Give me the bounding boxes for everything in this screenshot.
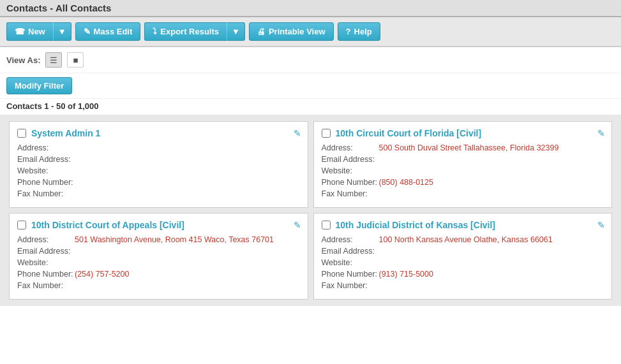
chevron-down-icon: ▼ xyxy=(58,27,66,36)
export-dropdown-arrow[interactable]: ▼ xyxy=(227,22,245,41)
address-label: Address: xyxy=(322,143,379,152)
address-field: Address: 500 South Duval Street Tallahas… xyxy=(322,143,604,152)
fax-field: Fax Number: xyxy=(322,281,604,290)
contact-name[interactable]: 10th Circuit Court of Florida [Civil] xyxy=(336,128,604,138)
fax-field: Fax Number: xyxy=(17,281,300,290)
fax-label: Fax Number: xyxy=(322,189,379,198)
edit-pencil-icon[interactable]: ✎ xyxy=(597,128,605,138)
address-value: 500 South Duval Street Tallahassee, Flor… xyxy=(379,143,559,152)
modify-filter-button[interactable]: Modify Filter xyxy=(6,77,72,94)
grid-view-button[interactable]: ■ xyxy=(67,52,84,68)
email-label: Email Address: xyxy=(17,155,75,164)
website-label: Website: xyxy=(322,166,379,175)
contact-name[interactable]: 10th Judicial District of Kansas [Civil] xyxy=(336,220,604,230)
website-label: Website: xyxy=(322,258,379,267)
phone-field: Phone Number: (850) 488-0125 xyxy=(322,178,604,187)
edit-pencil-icon[interactable]: ✎ xyxy=(597,220,605,230)
chevron-down-icon: ▼ xyxy=(232,27,240,36)
phone-label: Phone Number: xyxy=(322,270,379,279)
phone-field: Phone Number: xyxy=(17,178,300,187)
grid-icon: ■ xyxy=(73,55,78,65)
phone-field: Phone Number: (913) 715-5000 xyxy=(322,270,604,279)
phone-label: Phone Number: xyxy=(17,178,75,187)
phone-value: (254) 757-5200 xyxy=(75,270,129,279)
export-results-button[interactable]: ⤵ Export Results xyxy=(144,22,227,41)
phone-icon: ☎ xyxy=(15,27,25,36)
email-field: Email Address: xyxy=(17,247,300,256)
new-dropdown-arrow[interactable]: ▼ xyxy=(53,22,71,41)
website-field: Website: xyxy=(322,258,604,267)
edit-pencil-icon[interactable]: ✎ xyxy=(294,220,301,230)
address-label: Address: xyxy=(17,143,75,152)
address-label: Address: xyxy=(322,235,379,244)
export-results-button-group: ⤵ Export Results ▼ xyxy=(144,22,245,41)
phone-label: Phone Number: xyxy=(17,270,75,279)
website-field: Website: xyxy=(322,166,604,175)
help-icon: ? xyxy=(346,27,351,36)
mass-edit-button[interactable]: ✎ Mass Edit xyxy=(75,22,141,41)
website-label: Website: xyxy=(17,258,75,267)
email-field: Email Address: xyxy=(322,247,604,256)
card-header: 10th Judicial District of Kansas [Civil] xyxy=(322,220,604,230)
address-value: 501 Washington Avenue, Room 415 Waco, Te… xyxy=(75,235,274,244)
contact-card: System Admin 1 ✎ Address: Email Address:… xyxy=(9,121,308,208)
card-header: 10th District Court of Appeals [Civil] xyxy=(17,220,300,230)
card-header: System Admin 1 xyxy=(17,128,300,138)
export-icon: ⤵ xyxy=(153,27,157,36)
view-as-bar: View As: ☰ ■ xyxy=(0,47,621,73)
contact-card: 10th Circuit Court of Florida [Civil] ✎ … xyxy=(313,121,613,208)
email-field: Email Address: xyxy=(322,155,604,164)
list-view-button[interactable]: ☰ xyxy=(45,52,62,68)
phone-label: Phone Number: xyxy=(322,178,379,187)
website-field: Website: xyxy=(17,166,300,175)
fax-label: Fax Number: xyxy=(17,281,75,290)
fax-field: Fax Number: xyxy=(17,189,300,198)
fax-label: Fax Number: xyxy=(322,281,379,290)
list-icon: ☰ xyxy=(50,55,57,65)
address-field: Address: 100 North Kansas Avenue Olathe,… xyxy=(322,235,604,244)
website-label: Website: xyxy=(17,166,75,175)
printable-view-button[interactable]: 🖨 Printable View xyxy=(249,22,334,41)
help-button[interactable]: ? Help xyxy=(338,22,380,41)
fax-field: Fax Number: xyxy=(322,189,604,198)
contact-checkbox[interactable] xyxy=(17,129,26,138)
contact-checkbox[interactable] xyxy=(322,129,331,138)
contact-checkbox[interactable] xyxy=(17,221,26,229)
page-header: Contacts - All Contacts xyxy=(0,0,621,17)
website-field: Website: xyxy=(17,258,300,267)
fax-label: Fax Number: xyxy=(17,189,75,198)
address-value: 100 North Kansas Avenue Olathe, Kansas 6… xyxy=(379,235,553,244)
phone-value: (850) 488-0125 xyxy=(379,178,433,187)
contacts-grid: System Admin 1 ✎ Address: Email Address:… xyxy=(0,115,621,306)
email-field: Email Address: xyxy=(17,155,300,164)
edit-icon: ✎ xyxy=(84,27,91,36)
contact-name[interactable]: System Admin 1 xyxy=(31,128,300,138)
email-label: Email Address: xyxy=(322,155,379,164)
contact-name[interactable]: 10th District Court of Appeals [Civil] xyxy=(31,220,300,230)
toolbar: ☎ New ▼ ✎ Mass Edit ⤵ Export Results ▼ 🖨… xyxy=(0,17,621,47)
page-title: Contacts - All Contacts xyxy=(6,3,111,13)
email-label: Email Address: xyxy=(17,247,75,256)
new-button[interactable]: ☎ New xyxy=(6,22,53,41)
view-as-label: View As: xyxy=(6,55,40,65)
address-field: Address: xyxy=(17,143,300,152)
phone-field: Phone Number: (254) 757-5200 xyxy=(17,270,300,279)
address-field: Address: 501 Washington Avenue, Room 415… xyxy=(17,235,300,244)
filter-bar: Modify Filter xyxy=(0,73,621,99)
contact-checkbox[interactable] xyxy=(322,221,331,229)
contact-card: 10th Judicial District of Kansas [Civil]… xyxy=(313,213,613,300)
results-count: Contacts 1 - 50 of 1,000 xyxy=(0,99,621,115)
card-header: 10th Circuit Court of Florida [Civil] xyxy=(322,128,604,138)
email-label: Email Address: xyxy=(322,247,379,256)
address-label: Address: xyxy=(17,235,75,244)
edit-pencil-icon[interactable]: ✎ xyxy=(294,128,301,138)
print-icon: 🖨 xyxy=(257,27,266,36)
phone-value: (913) 715-5000 xyxy=(379,270,433,279)
new-button-group: ☎ New ▼ xyxy=(6,22,71,41)
contact-card: 10th District Court of Appeals [Civil] ✎… xyxy=(9,213,308,300)
